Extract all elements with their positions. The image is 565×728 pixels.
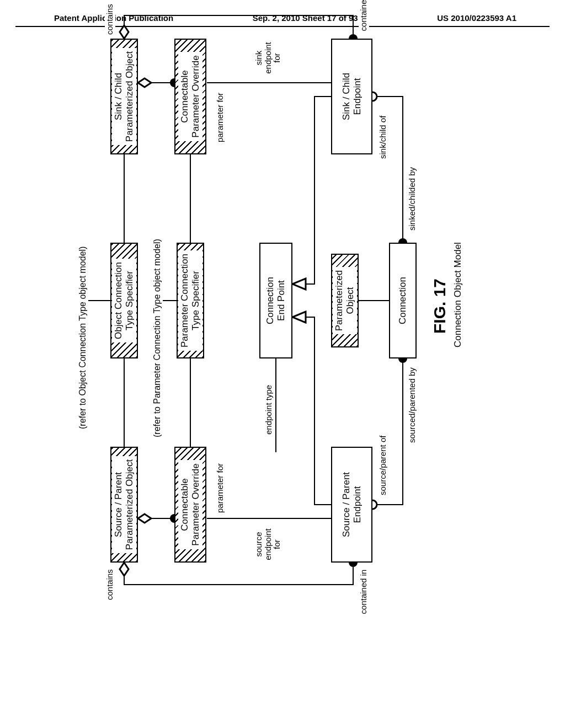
figure-subtitle: Connection Object Model	[452, 242, 463, 347]
lbl-refer-obj-conn: (refer to Object Connection Type object …	[77, 245, 88, 430]
label: Parameter ConnectionType Specifier	[178, 250, 202, 351]
lbl-refer-param-conn: (refer to Parameter Connection Type obje…	[152, 238, 163, 438]
label: Object ConnectionType Specifier	[112, 259, 136, 342]
lbl-param-for-left: parameter for	[215, 462, 226, 514]
label: ConnectionEnd Point	[265, 277, 286, 324]
box-connection: Connection	[389, 243, 417, 358]
label: Connection	[397, 277, 408, 324]
box-object-connection-type-specifier: Object ConnectionType Specifier	[110, 243, 138, 358]
lbl-contains-right: contains	[105, 3, 115, 36]
box-connectable-parameter-override-left: ConnectableParameter Override	[174, 447, 206, 563]
figure-label: FIG. 17	[430, 279, 449, 334]
canvas: Source / ParentParameterized Object Obje…	[72, 0, 502, 596]
box-source-parent-parameterized-object: Source / ParentParameterized Object	[110, 447, 138, 563]
box-parameter-connection-type-specifier: Parameter ConnectionType Specifier	[177, 243, 204, 358]
label: Sink / ChildParameterized Object	[112, 48, 136, 145]
lbl-contained-in-right: contained in	[359, 0, 369, 36]
lbl-sinked-childed-by: sinked/childed by	[407, 166, 418, 232]
box-connection-end-point: ConnectionEnd Point	[259, 243, 292, 358]
label: ConnectableParameter Override	[178, 52, 202, 141]
lbl-endpoint-type: endpoint type	[264, 384, 274, 436]
lbl-sourced-parented-by: sourced/parented by	[407, 366, 418, 444]
lbl-sink-child-of: sink/child of	[378, 115, 388, 160]
box-sink-child-parameterized-object: Sink / ChildParameterized Object	[110, 39, 138, 154]
box-source-parent-endpoint: Source / ParentEndpoint	[331, 447, 372, 563]
diagram-area: Source / ParentParameterized Object Obje…	[72, 77, 502, 684]
lbl-param-for-right: parameter for	[215, 92, 226, 143]
lbl-contains-left: contains	[105, 568, 115, 601]
box-connectable-parameter-override-right: ConnectableParameter Override	[174, 39, 206, 154]
lbl-source-endpoint-for: sourceendpointfor	[254, 525, 282, 564]
box-sink-child-endpoint: Sink / ChildEndpoint	[331, 39, 372, 154]
lbl-sink-endpoint-for: sinkendpointfor	[254, 39, 282, 77]
box-parameterized-object: ParameterizedObject	[331, 254, 359, 347]
label: ConnectableParameter Override	[178, 460, 202, 549]
label: Sink / ChildEndpoint	[341, 73, 363, 120]
label: Source / ParentParameterized Object	[112, 456, 136, 553]
label: ParameterizedObject	[333, 267, 356, 335]
lbl-source-parent-of: source/parent of	[378, 435, 388, 496]
label: Source / ParentEndpoint	[341, 472, 363, 537]
lbl-contained-in-left: contained in	[359, 565, 369, 619]
